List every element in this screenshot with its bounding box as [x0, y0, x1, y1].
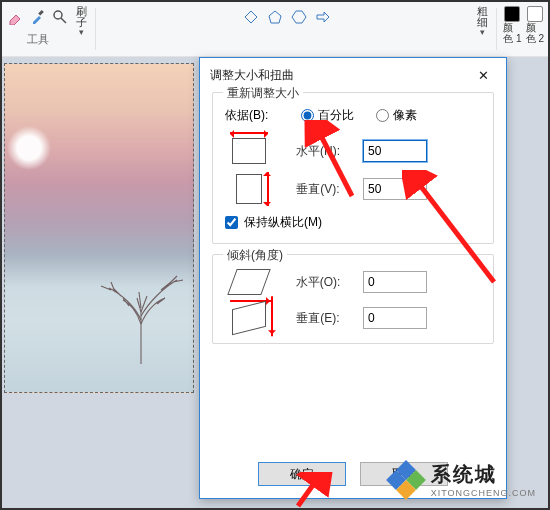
hexagon-shape-icon[interactable] — [290, 9, 308, 25]
resize-skew-dialog: 调整大小和扭曲 ✕ 重新调整大小 依据(B): 百分比 像素 水平(H): 垂直… — [199, 57, 507, 499]
resize-group: 重新调整大小 依据(B): 百分比 像素 水平(H): 垂直(V): 保持纵横比 — [212, 92, 494, 244]
svg-marker-7 — [317, 12, 329, 22]
svg-rect-1 — [38, 10, 44, 16]
svg-marker-0 — [10, 15, 20, 25]
dialog-title: 调整大小和扭曲 — [210, 67, 294, 84]
resize-horizontal-label: 水平(H): — [273, 143, 363, 160]
skew-vertical-input[interactable] — [363, 307, 427, 329]
watermark-title: 系统城 — [431, 461, 536, 488]
skew-horizontal-icon — [227, 269, 270, 295]
resize-horizontal-icon — [232, 138, 266, 164]
right-arrow-shape-icon[interactable] — [314, 9, 332, 25]
svg-marker-5 — [269, 11, 281, 23]
tools-group-label: 工具 — [27, 32, 49, 47]
watermark-sub: XITONGCHENG.COM — [431, 488, 536, 498]
pixels-radio[interactable]: 像素 — [376, 107, 417, 124]
resize-horizontal-input[interactable] — [363, 140, 427, 162]
skew-horizontal-input[interactable] — [363, 271, 427, 293]
percent-radio[interactable]: 百分比 — [301, 107, 354, 124]
eraser-icon[interactable] — [8, 9, 24, 25]
watermark: 系统城 XITONGCHENG.COM — [389, 461, 536, 498]
canvas-image[interactable] — [4, 63, 194, 393]
color1-swatch — [504, 6, 520, 22]
tree-silhouette — [91, 224, 191, 364]
skew-horizontal-label: 水平(O): — [273, 274, 363, 291]
magnifier-icon[interactable] — [52, 9, 68, 25]
keep-ratio-label: 保持纵横比(M) — [244, 214, 322, 231]
ok-button[interactable]: 确定 — [258, 462, 346, 486]
skew-group: 倾斜(角度) 水平(O): 垂直(E): — [212, 254, 494, 344]
resize-vertical-input[interactable] — [363, 178, 427, 200]
shapes-group — [100, 4, 473, 56]
watermark-logo-icon — [389, 463, 423, 497]
resize-vertical-label: 垂直(V): — [273, 181, 363, 198]
color2-button[interactable]: 颜 色 2 — [524, 4, 546, 46]
pentagon-shape-icon[interactable] — [266, 9, 284, 25]
brushes-dropdown[interactable]: 刷 子 ▾ — [72, 4, 91, 39]
color2-swatch — [527, 6, 543, 22]
tools-group: 工具 — [4, 4, 72, 56]
skew-vertical-icon — [232, 301, 266, 335]
skew-legend: 倾斜(角度) — [223, 247, 287, 264]
svg-line-3 — [61, 18, 66, 23]
svg-marker-6 — [292, 11, 306, 23]
separator — [496, 8, 497, 50]
basis-label: 依据(B): — [225, 107, 279, 124]
resize-vertical-icon — [236, 174, 262, 204]
color1-button[interactable]: 颜 色 1 — [501, 4, 523, 46]
ribbon: 工具 刷 子 ▾ 粗 细 ▾ 颜 色 1 颜 色 2 — [2, 2, 548, 57]
resize-legend: 重新调整大小 — [223, 85, 303, 102]
close-button[interactable]: ✕ — [470, 64, 496, 86]
thickness-dropdown[interactable]: 粗 细 ▾ — [473, 4, 492, 39]
svg-point-2 — [54, 11, 62, 19]
skew-vertical-label: 垂直(E): — [273, 310, 363, 327]
svg-marker-4 — [245, 11, 257, 23]
separator — [95, 8, 96, 50]
diamond-shape-icon[interactable] — [242, 9, 260, 25]
chevron-down-icon: ▾ — [79, 28, 84, 37]
chevron-down-icon: ▾ — [480, 28, 485, 37]
keep-ratio-checkbox[interactable] — [225, 216, 238, 229]
eyedropper-icon[interactable] — [30, 9, 46, 25]
